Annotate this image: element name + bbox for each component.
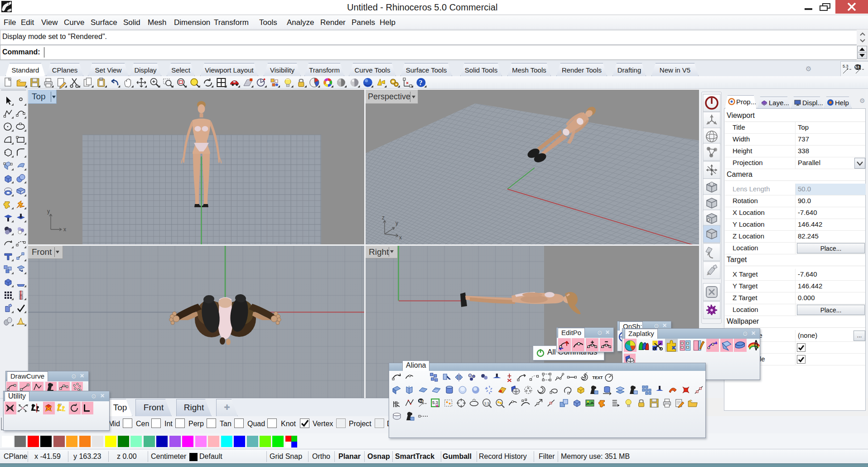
svg-text:53: 53 <box>855 65 859 69</box>
svg-text:5.3: 5.3 <box>432 400 438 405</box>
svg-text:x: x <box>399 234 402 241</box>
svg-text:y: y <box>395 220 398 226</box>
svg-text:?: ? <box>419 79 422 87</box>
svg-text:y: y <box>47 208 50 214</box>
svg-text:1:1: 1:1 <box>484 401 490 405</box>
svg-text:TEXT: TEXT <box>593 375 603 380</box>
svg-text:5.3: 5.3 <box>843 64 849 68</box>
svg-text:53: 53 <box>419 399 423 403</box>
svg-text:z: z <box>382 214 385 221</box>
svg-text:x: x <box>63 226 66 233</box>
